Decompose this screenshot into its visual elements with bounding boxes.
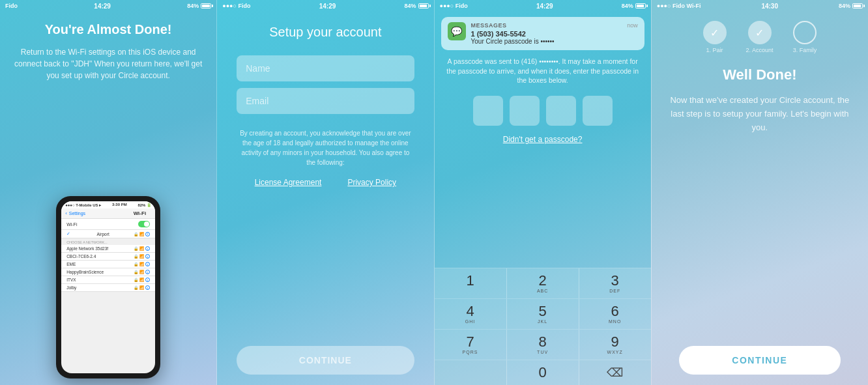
notification-app-name: MESSAGES [471, 22, 507, 29]
passcode-boxes [435, 89, 651, 132]
key-4[interactable]: 4 GHI [435, 299, 507, 329]
key-4-number: 4 [466, 304, 474, 319]
network-row-1: Apple Network 35d23f 🔒📶i [61, 245, 155, 253]
key-7-letters: PQRS [463, 350, 478, 354]
key-5[interactable]: 5 JKL [507, 299, 579, 329]
network-row-4: HappyBrainScience 🔒📶i [61, 268, 155, 276]
panel2-content: Setup your account By creating an accoun… [217, 12, 433, 385]
passcode-box-3[interactable] [546, 96, 576, 126]
step-family: 3. Family [793, 21, 817, 53]
step-pair: ✓ 1. Pair [703, 21, 727, 53]
step-indicators: ✓ 1. Pair ✓ 2. Account 3. Family [703, 21, 817, 53]
step-pair-label: 1. Pair [706, 47, 723, 53]
key-8[interactable]: 8 TUV [507, 330, 579, 360]
phone-back-text: Settings [69, 211, 85, 216]
status-left-3: ●●●○ Fido [440, 3, 468, 9]
key-3[interactable]: 3 DEF [579, 268, 651, 298]
key-6-number: 6 [611, 304, 619, 319]
continue-button-active[interactable]: CONTINUE [679, 346, 841, 375]
notification-message: Your Circle passcode is •••••• [471, 38, 638, 45]
phone-mockup: ●●●○ T-Mobile US ▸ 3:30 PM 82% 🔋 ‹ Setti… [56, 196, 160, 378]
phone-back-bar: ‹ Settings Wi-Fi [61, 208, 155, 219]
step-pair-circle: ✓ [703, 21, 727, 44]
key-1[interactable]: 1 [435, 268, 507, 298]
key-3-number: 3 [611, 274, 619, 288]
step-family-label: 3. Family [793, 47, 817, 53]
wifi-toggle-row: Wi-Fi [61, 219, 155, 230]
info-4: i [145, 270, 150, 274]
network-name-3: EME [66, 262, 76, 266]
status-right-1: 84% [187, 3, 211, 9]
time-3: 14:29 [536, 3, 553, 10]
network-name-5: ITVX [66, 278, 76, 282]
delete-icon: ⌫ [607, 365, 623, 380]
email-input[interactable] [237, 88, 414, 114]
panel-passcode: ●●●○ Fido 14:29 84% 💬 MESSAGES now 1 (50… [434, 0, 651, 385]
notification-header: MESSAGES now [471, 22, 638, 29]
key-delete[interactable]: ⌫ [579, 360, 651, 385]
time-2: 14:29 [319, 3, 336, 10]
network-info: 🔒 📶 i [134, 232, 150, 236]
panel-almost-done: Fido 14:29 84% You're Almost Done! Retur… [0, 0, 216, 385]
battery-pct-3: 84% [622, 3, 633, 9]
links-row: License Agreement Privacy Policy [255, 178, 396, 187]
phone-time: 3:30 PM [112, 203, 127, 207]
carrier-2: ●●●○ Fido [222, 3, 250, 9]
info-3: i [145, 262, 150, 266]
key-0[interactable]: 0 [507, 360, 579, 385]
info-2: i [145, 254, 150, 259]
key-1-letters [469, 289, 471, 293]
key-6[interactable]: 6 MNO [579, 299, 651, 329]
status-bar-4: ●●●○ Fido Wi-Fi 14:30 84% [652, 0, 868, 12]
network-name-1: Apple Network 35d23f [66, 246, 108, 251]
key-1-number: 1 [466, 274, 474, 288]
info-1: i [145, 246, 150, 251]
notification-banner: 💬 MESSAGES now 1 (503) 345-5542 Your Cir… [441, 17, 644, 50]
keypad-row-3: 7 PQRS 8 TUV 9 WXYZ [435, 330, 651, 360]
battery-icon-3 [635, 3, 646, 8]
notification-content: MESSAGES now 1 (503) 345-5542 Your Circl… [471, 22, 638, 45]
carrier-4: ●●●○ Fido Wi-Fi [657, 3, 701, 9]
key-2[interactable]: 2 ABC [507, 268, 579, 298]
key-9[interactable]: 9 WXYZ [579, 330, 651, 360]
lock-icon: 🔒 [134, 232, 138, 236]
passcode-box-1[interactable] [473, 96, 503, 126]
network-name-2: CBCI-7CE6-2.4 [66, 254, 96, 259]
step-account-label: 2. Account [746, 47, 774, 53]
key-9-number: 9 [611, 335, 619, 349]
info-5: i [145, 278, 150, 282]
network-name-4: HappyBrainScience [66, 270, 104, 274]
panel-setup-account: ●●●○ Fido 14:29 84% Setup your account B… [216, 0, 433, 385]
passcode-box-2[interactable] [510, 96, 540, 126]
key-empty [435, 360, 507, 385]
passcode-box-4[interactable] [583, 96, 613, 126]
check-mark: ✓ [66, 231, 70, 236]
privacy-link[interactable]: Privacy Policy [347, 178, 396, 187]
status-bar-2: ●●●○ Fido 14:29 84% [217, 0, 433, 12]
panel-well-done: ●●●○ Fido Wi-Fi 14:30 84% ✓ 1. Pair ✓ 2.… [651, 0, 868, 385]
key-9-letters: WXYZ [607, 350, 623, 354]
resend-passcode-link[interactable]: Didn't get a passcode? [435, 132, 651, 147]
keypad-row-1: 1 2 ABC 3 DEF [435, 268, 651, 299]
key-4-letters: GHI [465, 319, 475, 324]
step-family-circle [793, 21, 817, 44]
connected-network-label: Airport [97, 232, 109, 236]
network-name-6: Jolby [66, 285, 76, 290]
notification-phone: 1 (503) 345-5542 [471, 30, 638, 38]
choose-network-label: CHOOSE A NETWORK... [61, 238, 155, 245]
info-icon: i [145, 232, 150, 236]
license-link[interactable]: License Agreement [255, 178, 322, 187]
info-6: i [145, 285, 150, 290]
status-right-4: 84% [839, 3, 863, 9]
key-7[interactable]: 7 PQRS [435, 330, 507, 360]
step-account: ✓ 2. Account [746, 21, 774, 53]
key-6-letters: MNO [609, 319, 621, 324]
keypad: 1 2 ABC 3 DEF 4 GHI 5 [435, 268, 651, 385]
continue-button-disabled[interactable]: CONTINUE [237, 346, 414, 375]
keypad-row-4: 0 ⌫ [435, 360, 651, 385]
notification-time: now [627, 22, 638, 29]
status-left-4: ●●●○ Fido Wi-Fi [657, 3, 701, 9]
name-input[interactable] [237, 55, 414, 81]
network-row-6: Jolby 🔒📶i [61, 284, 155, 292]
key-2-number: 2 [538, 274, 546, 288]
